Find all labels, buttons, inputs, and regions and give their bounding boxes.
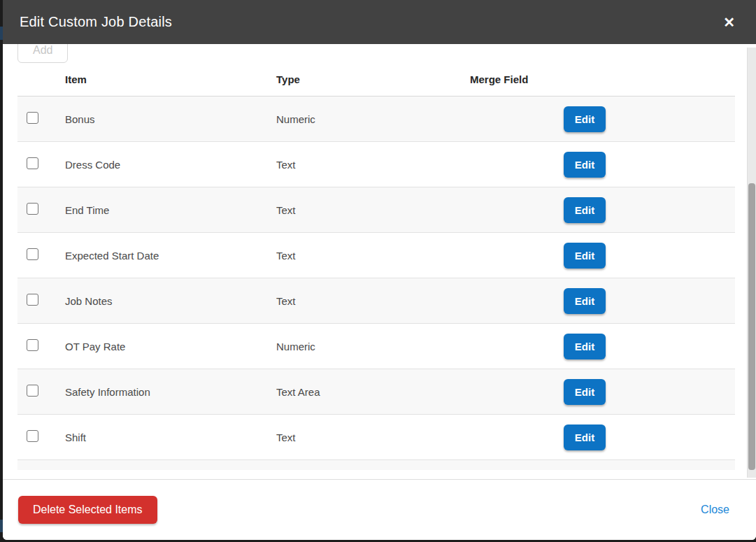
modal-body: Add Item Type Merge Field Bonus Numeric	[3, 44, 756, 479]
row-checkbox[interactable]	[27, 248, 38, 260]
row-type-label: Text	[276, 159, 470, 171]
checkbox-cell	[17, 430, 65, 445]
column-header-type: Type	[276, 73, 470, 85]
row-action-cell: Edit	[564, 334, 735, 359]
row-action-cell: Edit	[564, 152, 735, 178]
checkbox-cell	[17, 157, 65, 172]
edit-button[interactable]: Edit	[564, 152, 606, 178]
edit-button[interactable]: Edit	[564, 106, 606, 132]
edit-button[interactable]: Edit	[564, 288, 606, 314]
row-action-cell: Edit	[564, 243, 735, 269]
row-type-label: Numeric	[276, 341, 470, 352]
edit-button[interactable]: Edit	[564, 334, 606, 359]
row-checkbox[interactable]	[27, 385, 38, 397]
row-checkbox[interactable]	[27, 157, 38, 169]
edit-button[interactable]: Edit	[564, 197, 606, 223]
table-row: Expected Start Date Text Edit	[17, 233, 735, 278]
row-checkbox[interactable]	[27, 203, 38, 215]
row-action-cell: Edit	[564, 425, 735, 450]
checkbox-cell	[17, 294, 65, 308]
table-row: Dress Code Text Edit	[17, 142, 735, 187]
partial-next-row	[17, 460, 735, 470]
row-action-cell: Edit	[564, 379, 735, 405]
close-icon[interactable]: ✕	[723, 15, 735, 29]
row-item-label: Safety Information	[65, 386, 276, 398]
row-item-label: OT Pay Rate	[65, 341, 276, 352]
scrollbar-thumb[interactable]	[748, 183, 755, 470]
row-action-cell: Edit	[564, 197, 735, 223]
row-type-label: Text	[276, 432, 470, 443]
edit-custom-job-details-modal: Edit Custom Job Details ✕ Add Item Type …	[3, 0, 756, 540]
edit-button[interactable]: Edit	[564, 243, 606, 269]
table-row: Safety Information Text Area Edit	[17, 369, 735, 415]
table-row: OT Pay Rate Numeric Edit	[17, 324, 735, 369]
row-type-label: Text	[276, 295, 470, 307]
row-checkbox[interactable]	[27, 339, 38, 351]
scroll-viewport: Add Item Type Merge Field Bonus Numeric	[3, 44, 747, 470]
checkbox-cell	[17, 385, 65, 399]
row-action-cell: Edit	[564, 288, 735, 314]
delete-selected-items-button[interactable]: Delete Selected Items	[18, 496, 157, 524]
table-row: Bonus Numeric Edit	[17, 97, 735, 142]
table-header-row: Item Type Merge Field	[17, 63, 735, 97]
row-item-label: Expected Start Date	[65, 250, 276, 262]
row-item-label: End Time	[65, 204, 276, 216]
row-item-label: Bonus	[65, 113, 276, 125]
checkbox-cell	[17, 203, 65, 217]
checkbox-cell	[17, 248, 65, 263]
scrollbar-track[interactable]	[747, 48, 756, 478]
table-row: Job Notes Text Edit	[17, 278, 735, 324]
column-header-merge-field: Merge Field	[470, 73, 564, 85]
table-body: Bonus Numeric Edit Dress Code Text Edit	[17, 97, 735, 460]
edit-button[interactable]: Edit	[564, 379, 606, 405]
modal-header: Edit Custom Job Details ✕	[3, 0, 756, 44]
checkbox-cell	[17, 339, 65, 354]
row-type-label: Numeric	[276, 113, 470, 125]
row-item-label: Shift	[65, 432, 276, 443]
row-type-label: Text	[276, 250, 470, 262]
close-link[interactable]: Close	[701, 504, 729, 516]
row-type-label: Text Area	[276, 386, 470, 398]
modal-footer: Delete Selected Items Close	[3, 479, 756, 540]
add-button[interactable]: Add	[17, 44, 68, 63]
column-header-item: Item	[65, 73, 276, 85]
row-item-label: Job Notes	[65, 295, 276, 307]
row-item-label: Dress Code	[65, 159, 276, 171]
row-checkbox[interactable]	[27, 112, 38, 124]
table-row: Shift Text Edit	[17, 415, 735, 460]
table-row: End Time Text Edit	[17, 187, 735, 233]
modal-title: Edit Custom Job Details	[20, 14, 172, 30]
row-checkbox[interactable]	[27, 294, 38, 306]
row-checkbox[interactable]	[27, 430, 38, 442]
row-type-label: Text	[276, 204, 470, 216]
checkbox-cell	[17, 112, 65, 127]
edit-button[interactable]: Edit	[564, 425, 606, 450]
row-action-cell: Edit	[564, 106, 735, 132]
